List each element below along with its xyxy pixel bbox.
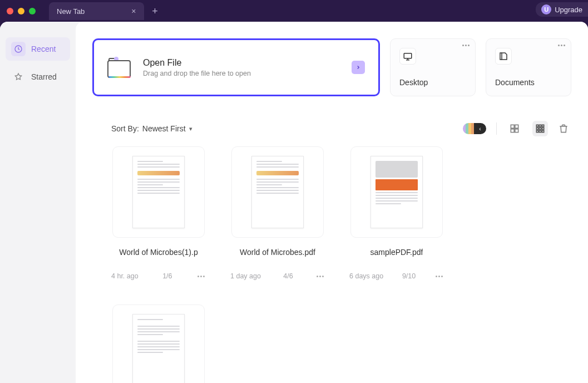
- svg-rect-5: [515, 129, 518, 132]
- toolbar: Sort By: Newest First ▾ ‹: [92, 121, 571, 136]
- file-name: World of Microbes(1).p: [119, 248, 197, 267]
- sort-value: Newest First: [142, 124, 186, 133]
- maximize-window-button[interactable]: [29, 8, 36, 14]
- svg-rect-14: [542, 130, 543, 132]
- location-card-documents[interactable]: Documents: [486, 38, 571, 96]
- file-card[interactable]: World of Microbes.pdf 1 day ago 4/6: [230, 146, 325, 280]
- tab-new-tab[interactable]: New Tab ×: [49, 2, 144, 20]
- file-thumbnail: [112, 305, 205, 383]
- open-file-card[interactable]: Open File Drag and drop the file here to…: [92, 38, 380, 96]
- svg-rect-6: [536, 125, 538, 126]
- file-meta: 4 hr. ago 1/6: [111, 272, 206, 280]
- file-grid: World of Microbes(1).p 4 hr. ago 1/6: [92, 146, 571, 383]
- upgrade-button[interactable]: U Upgrade: [536, 2, 588, 17]
- tab-strip: New Tab × +: [49, 0, 163, 22]
- file-time: 6 days ago: [349, 272, 383, 280]
- file-time: 4 hr. ago: [111, 272, 139, 280]
- more-icon[interactable]: [315, 274, 325, 278]
- minimize-window-button[interactable]: [18, 8, 24, 14]
- svg-rect-13: [539, 130, 541, 132]
- grid-small-icon[interactable]: [532, 121, 548, 136]
- toolbar-icons: ‹: [463, 121, 569, 136]
- sort-prefix: Sort By:: [111, 124, 139, 133]
- sidebar: Recent Starred: [0, 22, 76, 383]
- file-pages: 4/6: [283, 272, 293, 280]
- file-card[interactable]: World of Microbes(1).p 4 hr. ago 1/6: [111, 146, 206, 280]
- new-tab-button[interactable]: +: [147, 3, 163, 19]
- folder-open-icon: [107, 57, 132, 78]
- tab-label: New Tab: [57, 7, 85, 16]
- sidebar-item-label: Recent: [31, 45, 56, 53]
- open-file-title: Open File: [143, 58, 251, 68]
- open-file-text: Open File Drag and drop the file here to…: [143, 58, 251, 77]
- svg-rect-11: [542, 127, 543, 129]
- svg-rect-12: [536, 130, 538, 132]
- content-area: Open File Drag and drop the file here to…: [76, 22, 588, 383]
- sort-by-dropdown[interactable]: Sort By: Newest First ▾: [111, 124, 192, 133]
- location-label: Documents: [495, 78, 562, 87]
- file-card[interactable]: PDF-FILE.pdf 6 days ago 1/2: [111, 305, 206, 383]
- file-card[interactable]: samplePDF.pdf 6 days ago 9/10: [349, 146, 444, 280]
- chevron-right-icon[interactable]: [352, 61, 365, 74]
- svg-rect-1: [404, 53, 412, 58]
- file-meta: 1 day ago 4/6: [230, 272, 325, 280]
- documents-icon: [495, 48, 512, 65]
- svg-rect-2: [511, 125, 514, 128]
- clock-icon: [11, 42, 26, 56]
- sidebar-item-label: Starred: [31, 72, 57, 81]
- more-icon[interactable]: [558, 45, 565, 46]
- svg-rect-10: [539, 127, 541, 129]
- avatar: U: [541, 4, 551, 14]
- svg-rect-7: [539, 125, 541, 126]
- file-time: 1 day ago: [230, 272, 261, 280]
- open-file-subtitle: Drag and drop the file here to open: [143, 70, 251, 77]
- location-card-desktop[interactable]: Desktop: [390, 38, 476, 96]
- svg-rect-8: [542, 125, 543, 126]
- file-thumbnail: [350, 146, 443, 238]
- divider: [496, 122, 497, 135]
- star-icon: [11, 70, 26, 84]
- more-icon[interactable]: [196, 274, 206, 278]
- file-name: samplePDF.pdf: [370, 248, 423, 267]
- tabs-overview-pill[interactable]: ‹: [463, 123, 486, 134]
- window-controls: [7, 8, 36, 14]
- close-window-button[interactable]: [7, 8, 13, 14]
- monitor-icon: [399, 48, 416, 65]
- grid-large-icon[interactable]: [507, 121, 522, 136]
- more-icon[interactable]: [462, 45, 470, 46]
- more-icon[interactable]: [434, 274, 444, 278]
- main-window: Recent Starred Open File Drag and dro: [0, 22, 588, 383]
- file-name: World of Microbes.pdf: [240, 248, 315, 267]
- close-tab-icon[interactable]: ×: [131, 7, 136, 15]
- file-pages: 1/6: [162, 272, 172, 280]
- svg-rect-3: [515, 125, 518, 128]
- top-row: Open File Drag and drop the file here to…: [92, 38, 571, 96]
- upgrade-label: Upgrade: [555, 6, 582, 14]
- chevron-down-icon: ▾: [189, 125, 192, 132]
- file-thumbnail: [112, 146, 205, 238]
- titlebar: New Tab × + U Upgrade: [0, 0, 588, 22]
- sidebar-item-starred[interactable]: Starred: [6, 65, 70, 89]
- sidebar-item-recent[interactable]: Recent: [6, 37, 70, 61]
- file-pages: 9/10: [402, 272, 416, 280]
- svg-rect-9: [536, 127, 538, 129]
- location-label: Desktop: [399, 78, 466, 87]
- file-thumbnail: [231, 146, 324, 238]
- trash-icon[interactable]: [558, 123, 569, 134]
- file-meta: 6 days ago 9/10: [349, 272, 444, 280]
- svg-rect-4: [511, 129, 514, 132]
